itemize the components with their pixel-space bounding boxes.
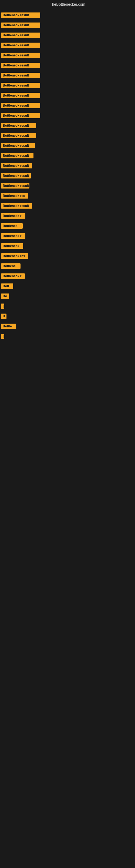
bottleneck-result-label: Bottleneck result — [1, 113, 40, 118]
bottleneck-result-label: Bottleneck result — [1, 133, 36, 138]
bottleneck-result-label: | — [1, 334, 4, 339]
bottleneck-result-label: Bottleneck result — [1, 33, 40, 38]
bottleneck-result-label: Bottleneck res — [1, 253, 28, 259]
bottleneck-result-label: Bottleneck result — [1, 73, 40, 78]
bottleneck-result-label: Bottleneck result — [1, 83, 40, 88]
bottleneck-result-label: Bottleneck result — [1, 203, 32, 209]
bottleneck-result-label: Bottleneck result — [1, 123, 36, 128]
bottleneck-result-label: Bottleneck result — [1, 173, 31, 179]
bottleneck-result-label: Bottleneck r — [1, 213, 26, 219]
bottleneck-result-label: Bottleneck result — [1, 93, 40, 98]
bottleneck-result-label: Bottleneck result — [1, 53, 40, 58]
bottleneck-result-label: Bottleneck result — [1, 183, 30, 188]
bottleneck-result-label: Bottleneck r — [1, 273, 25, 279]
bottleneck-result-label: Bottlenec — [1, 223, 23, 229]
bottleneck-result-label: Bottleneck — [1, 243, 23, 249]
bottleneck-result-label: Bottleneck result — [1, 12, 40, 18]
bottleneck-result-label: | — [1, 304, 4, 309]
bottleneck-result-label: Bottleneck res — [1, 193, 28, 198]
bottleneck-result-label: Bottleneck result — [1, 42, 40, 48]
bottleneck-result-label: Bottleneck result — [1, 103, 40, 108]
bottleneck-result-label: B — [1, 314, 6, 319]
bottleneck-result-label: Bottleneck r — [1, 233, 26, 239]
bottleneck-result-label: Bottleneck result — [1, 23, 40, 28]
bottleneck-result-label: Bottleneck result — [1, 153, 34, 158]
bottleneck-result-label: Bottle — [1, 323, 16, 329]
bottleneck-result-label: Bottlene — [1, 264, 20, 269]
bottleneck-result-label: Bottleneck result — [1, 163, 32, 168]
bottleneck-result-label: Bott — [1, 283, 13, 289]
bottleneck-result-label: Bo — [1, 293, 9, 299]
site-title: TheBottlenecker.com — [0, 0, 135, 8]
bottleneck-result-label: Bottleneck result — [1, 63, 40, 68]
bottleneck-result-label: Bottleneck result — [1, 143, 35, 148]
